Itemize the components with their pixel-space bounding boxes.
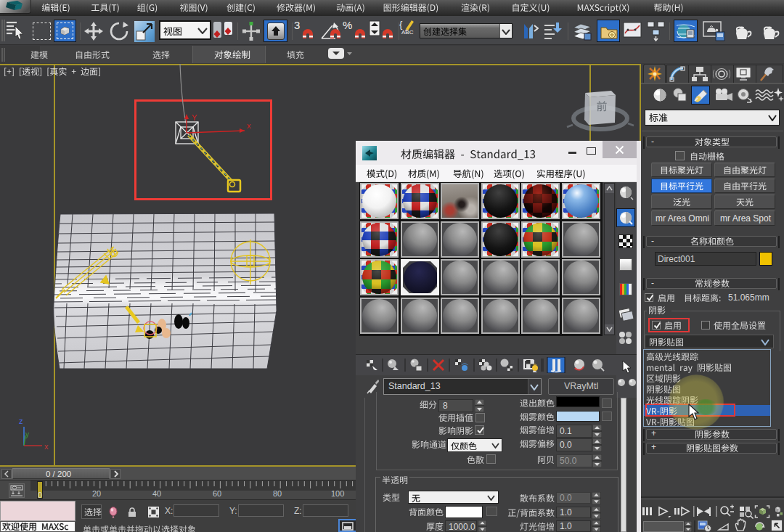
svg-text:x: x (247, 121, 251, 130)
svg-text:y: y (25, 430, 29, 438)
svg-text:x: x (44, 442, 49, 451)
svg-text:Y: Y (192, 113, 197, 122)
svg-text:z: z (19, 417, 23, 425)
